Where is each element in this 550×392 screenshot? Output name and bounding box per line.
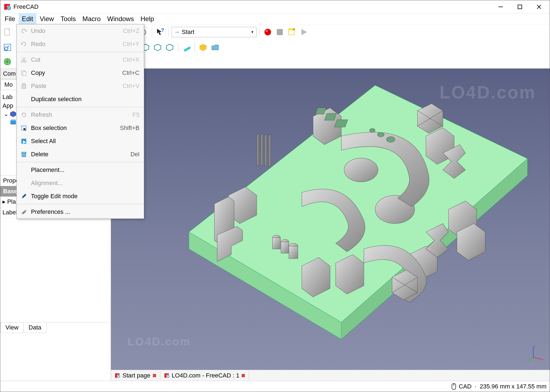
menu-item-label: Duplicate selection: [29, 96, 139, 103]
close-icon[interactable]: ⊠: [241, 373, 245, 378]
menu-item-label: Cut: [29, 56, 122, 63]
expand-icon[interactable]: ▸: [2, 198, 7, 205]
folder-button[interactable]: [210, 42, 221, 53]
web-button[interactable]: [2, 56, 13, 67]
freecad-icon: [115, 373, 120, 378]
edit-menu-undo: UndoCtrl+Z: [17, 24, 144, 38]
svg-marker-37: [166, 44, 173, 51]
fit-all-button[interactable]: [2, 42, 13, 53]
macro-record-button[interactable]: [262, 27, 273, 38]
document-tab[interactable]: Start page⊠: [111, 371, 160, 380]
redo-icon: [19, 41, 29, 47]
macro-play-button[interactable]: [298, 27, 309, 38]
new-button[interactable]: [2, 27, 13, 38]
svg-rect-1: [4, 4, 10, 6]
document-tabs: Start page⊠LO4D.com - FreeCAD : 1⊠: [111, 370, 550, 381]
nav-mode-label[interactable]: CAD: [459, 383, 471, 390]
bottom-view-button[interactable]: [152, 42, 163, 53]
svg-marker-103: [21, 43, 22, 45]
titlebar: FreeCAD: [0, 0, 550, 13]
svg-rect-109: [23, 72, 26, 76]
edit-menu-duplicate-selection[interactable]: Duplicate selection: [17, 93, 144, 106]
svg-rect-65: [272, 238, 280, 249]
menu-view[interactable]: View: [36, 13, 57, 24]
tree-tab-model[interactable]: Mo: [0, 79, 17, 90]
menu-item-shortcut: Shift+B: [120, 124, 139, 132]
maximize-button[interactable]: [510, 0, 529, 13]
menu-file[interactable]: File: [1, 13, 19, 24]
document-tab[interactable]: LO4D.com - FreeCAD : 1⊠: [160, 371, 249, 380]
property-tabs: ViewData: [0, 322, 111, 333]
svg-rect-77: [261, 134, 263, 166]
refresh-icon: [19, 112, 29, 118]
svg-point-99: [167, 375, 169, 377]
svg-marker-46: [10, 111, 16, 117]
edit-menu-delete[interactable]: DeleteDel: [17, 148, 144, 161]
svg-rect-117: [22, 153, 26, 157]
svg-rect-38: [184, 46, 190, 52]
svg-marker-21: [301, 29, 307, 35]
edit-menu-select-all[interactable]: Select All: [17, 135, 144, 148]
menu-item-label: Alignment...: [29, 180, 139, 187]
part-button[interactable]: [198, 42, 209, 53]
minimize-button[interactable]: [491, 0, 510, 13]
whatsthis-button[interactable]: ?: [155, 27, 166, 38]
cursor-coords: 235.96 mm x 147.55 mm: [480, 383, 546, 390]
copy-icon: [19, 70, 29, 76]
svg-line-90: [529, 357, 533, 360]
menu-item-label: Copy: [29, 69, 122, 76]
menu-macro[interactable]: Macro: [79, 13, 104, 24]
close-icon[interactable]: ⊠: [153, 373, 156, 378]
menu-item-shortcut: Ctrl+C: [122, 69, 139, 76]
edit-menu-box-selection[interactable]: Box selectionShift+B: [17, 121, 144, 135]
menu-windows[interactable]: Windows: [104, 13, 137, 24]
svg-point-105: [24, 61, 26, 63]
svg-marker-114: [24, 128, 26, 131]
macro-edit-button[interactable]: [286, 27, 297, 38]
property-tab-view[interactable]: View: [0, 322, 24, 333]
edit-menu-paste: PasteCtrl+V: [17, 79, 144, 93]
edit-menu-redo: RedoCtrl+Y: [17, 38, 144, 51]
menu-item-label: Toggle Edit mode: [29, 193, 139, 200]
document-tab-label: Start page: [122, 372, 150, 379]
chevron-down-icon: ▼: [251, 30, 254, 34]
edit-menu-toggle-edit-mode[interactable]: Toggle Edit mode: [17, 190, 144, 203]
edit-menu-dropdown: UndoCtrl+ZRedoCtrl+YCutCtrl+XCopyCtrl+CP…: [16, 24, 144, 219]
svg-rect-111: [23, 83, 25, 84]
menu-item-shortcut: Ctrl+Z: [123, 27, 140, 35]
edit-menu-copy[interactable]: CopyCtrl+C: [17, 66, 144, 79]
menubar: FileEditViewToolsMacroWindowsHelp: [0, 13, 550, 24]
menu-item-shortcut: Del: [130, 151, 139, 158]
3d-viewport[interactable]: LO4D.com LO4D.com: [111, 69, 550, 381]
menu-help[interactable]: Help: [137, 13, 157, 24]
select-all-icon: [19, 138, 29, 144]
svg-point-73: [369, 129, 375, 132]
close-button[interactable]: [529, 0, 549, 13]
menu-edit[interactable]: Edit: [19, 13, 36, 24]
left-view-button[interactable]: [164, 42, 175, 53]
menu-item-label: Refresh: [29, 111, 132, 118]
menu-item-label: Redo: [29, 41, 122, 48]
edit-menu-placement-[interactable]: Placement...: [17, 163, 144, 177]
svg-rect-118: [22, 152, 26, 153]
svg-point-96: [118, 375, 120, 377]
svg-rect-47: [11, 120, 16, 124]
svg-text:y: y: [528, 359, 529, 362]
workbench-selector[interactable]: → Start ▼: [172, 27, 257, 37]
property-tab-data[interactable]: Data: [23, 322, 46, 333]
svg-point-16: [266, 30, 268, 32]
edit-menu-preferences-[interactable]: Preferences ...: [17, 205, 144, 218]
macro-stop-button[interactable]: [274, 27, 285, 38]
box-select-icon: [19, 125, 29, 131]
workbench-label: Start: [182, 29, 194, 36]
statusbar: CAD · 235.96 mm x 147.55 mm: [0, 381, 550, 392]
menu-item-label: Paste: [29, 83, 122, 90]
measure-button[interactable]: [181, 42, 192, 53]
window-title: FreeCAD: [13, 3, 39, 10]
svg-point-43: [4, 58, 11, 65]
svg-text:x: x: [543, 358, 544, 361]
menu-tools[interactable]: Tools: [57, 13, 79, 24]
svg-marker-36: [154, 44, 161, 51]
menu-item-shortcut: F5: [132, 111, 139, 118]
menu-item-label: Preferences ...: [29, 208, 139, 215]
